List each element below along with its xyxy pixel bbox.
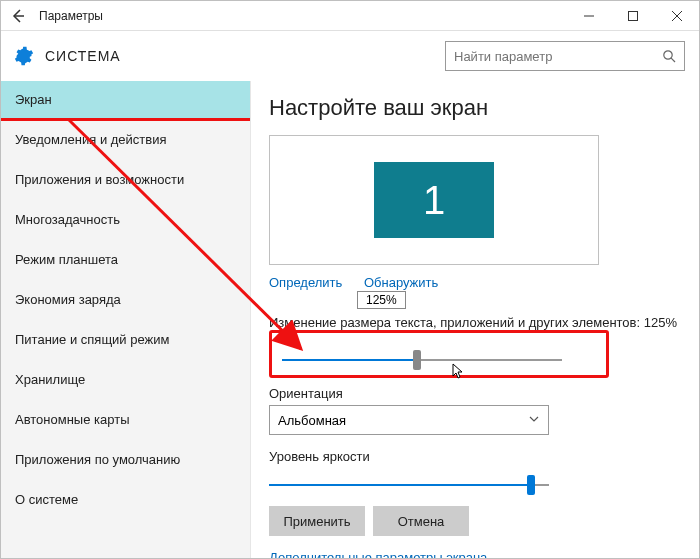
sidebar-item-tablet[interactable]: Режим планшета xyxy=(1,241,250,281)
scale-tooltip: 125% xyxy=(357,291,406,309)
svg-point-4 xyxy=(664,51,672,59)
apply-button[interactable]: Применить xyxy=(269,506,365,536)
sidebar-item-label: Экран xyxy=(15,92,52,107)
sidebar-item-label: Экономия заряда xyxy=(15,292,121,307)
orientation-value: Альбомная xyxy=(278,413,346,428)
sidebar-item-label: Режим планшета xyxy=(15,252,118,267)
sidebar-item-storage[interactable]: Хранилище xyxy=(1,361,250,401)
identify-link[interactable]: Определить xyxy=(269,275,342,290)
chevron-down-icon xyxy=(528,413,540,428)
close-button[interactable] xyxy=(655,1,699,31)
scale-slider-highlight xyxy=(269,330,609,378)
sidebar-item-default-apps[interactable]: Приложения по умолчанию xyxy=(1,441,250,481)
system-label: СИСТЕМА xyxy=(45,48,445,64)
sidebar-item-maps[interactable]: Автономные карты xyxy=(1,401,250,441)
sidebar-item-display[interactable]: Экран xyxy=(1,81,250,121)
orientation-label: Ориентация xyxy=(269,386,681,401)
monitor-preview[interactable]: 1 xyxy=(269,135,599,265)
scale-label: Изменение размера текста, приложений и д… xyxy=(269,315,681,330)
main-panel: Настройте ваш экран 1 Определить Обнаруж… xyxy=(251,81,699,559)
sidebar-item-power[interactable]: Питание и спящий режим xyxy=(1,321,250,361)
cancel-button[interactable]: Отмена xyxy=(373,506,469,536)
detect-link[interactable]: Обнаружить xyxy=(364,275,438,290)
maximize-button[interactable] xyxy=(611,1,655,31)
gear-icon xyxy=(13,45,35,67)
brightness-label: Уровень яркости xyxy=(269,449,681,464)
sidebar-item-label: Многозадачность xyxy=(15,212,120,227)
window-title: Параметры xyxy=(35,9,567,23)
monitor-1[interactable]: 1 xyxy=(374,162,494,238)
back-button[interactable] xyxy=(1,1,35,31)
close-icon xyxy=(671,10,683,22)
minimize-icon xyxy=(583,10,595,22)
sidebar-item-label: Автономные карты xyxy=(15,412,130,427)
header: СИСТЕМА xyxy=(1,31,699,81)
sidebar-item-label: Приложения и возможности xyxy=(15,172,184,187)
sidebar-item-label: Приложения по умолчанию xyxy=(15,452,180,467)
svg-line-5 xyxy=(671,58,675,62)
search-icon xyxy=(654,49,684,63)
advanced-display-link[interactable]: Дополнительные параметры экрана xyxy=(269,550,681,559)
titlebar: Параметры xyxy=(1,1,699,31)
sidebar: Экран Уведомления и действия Приложения … xyxy=(1,81,251,559)
svg-rect-1 xyxy=(629,11,638,20)
brightness-slider[interactable] xyxy=(269,484,549,486)
monitor-id-label: 1 xyxy=(423,178,445,223)
minimize-button[interactable] xyxy=(567,1,611,31)
search-box[interactable] xyxy=(445,41,685,71)
page-title: Настройте ваш экран xyxy=(269,95,681,121)
maximize-icon xyxy=(627,10,639,22)
search-input[interactable] xyxy=(446,49,654,64)
sidebar-item-label: Питание и спящий режим xyxy=(15,332,169,347)
sidebar-item-label: Уведомления и действия xyxy=(15,132,167,147)
arrow-left-icon xyxy=(11,9,25,23)
sidebar-item-multitasking[interactable]: Многозадачность xyxy=(1,201,250,241)
sidebar-item-battery[interactable]: Экономия заряда xyxy=(1,281,250,321)
sidebar-item-label: О системе xyxy=(15,492,78,507)
scale-slider[interactable] xyxy=(282,359,562,361)
sidebar-item-apps[interactable]: Приложения и возможности xyxy=(1,161,250,201)
sidebar-item-label: Хранилище xyxy=(15,372,85,387)
sidebar-item-about[interactable]: О системе xyxy=(1,481,250,521)
sidebar-item-notifications[interactable]: Уведомления и действия xyxy=(1,121,250,161)
orientation-select[interactable]: Альбомная xyxy=(269,405,549,435)
